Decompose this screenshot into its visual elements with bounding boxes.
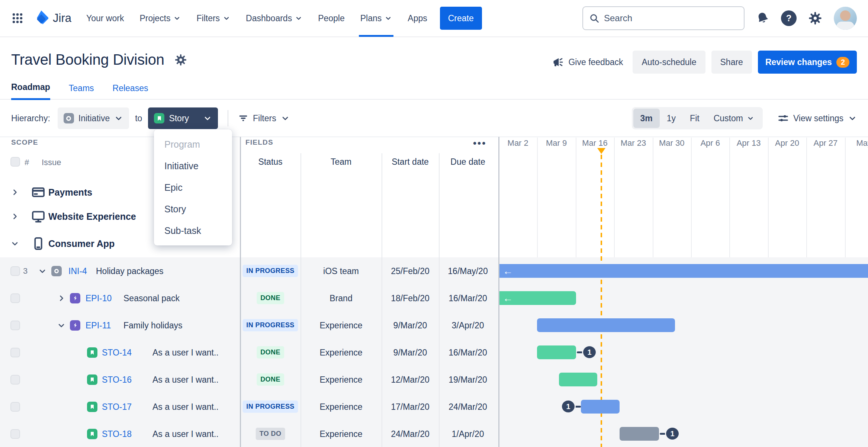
due-date-cell[interactable]: 3/Apr/20 [452, 321, 484, 331]
row-checkbox[interactable] [10, 429, 20, 439]
chevron-right-icon[interactable] [10, 188, 19, 197]
team-cell[interactable]: Experience [319, 348, 362, 358]
nav-item-apps[interactable]: Apps [408, 0, 427, 37]
fields-more-icon[interactable]: ••• [473, 138, 486, 149]
chevron-right-icon[interactable] [10, 212, 19, 221]
share-button[interactable]: Share [711, 51, 752, 74]
select-all-checkbox[interactable] [10, 157, 20, 167]
jira-logo[interactable]: Jira [33, 10, 71, 26]
zoom-option-custom[interactable]: Custom [707, 109, 761, 128]
due-date-cell[interactable]: 16/May/20 [448, 266, 488, 276]
due-date-cell[interactable]: 1/Apr/20 [452, 429, 484, 439]
row-checkbox[interactable] [10, 375, 20, 385]
gantt-bar-sto-16[interactable] [559, 373, 597, 386]
start-date-cell[interactable]: 18/Feb/20 [391, 293, 430, 303]
zoom-option-1y[interactable]: 1y [660, 109, 683, 128]
chevron-down-icon[interactable] [57, 321, 66, 330]
status-badge[interactable]: TO DO [256, 428, 285, 440]
dependency-count-badge[interactable]: 1 [561, 399, 576, 414]
view-settings-button[interactable]: View settings [778, 113, 857, 124]
story-icon [87, 429, 97, 439]
chevron-down-icon[interactable] [38, 267, 47, 276]
start-date-cell[interactable]: 24/Mar/20 [391, 429, 430, 439]
row-checkbox[interactable] [10, 293, 20, 303]
chevron-down-icon [223, 15, 230, 22]
nav-item-dashboards[interactable]: Dashboards [246, 0, 302, 37]
zoom-option-3m[interactable]: 3m [633, 109, 660, 128]
gantt-bar-epi-11[interactable] [537, 318, 675, 332]
due-date-cell[interactable]: 16/Mar/20 [449, 348, 487, 358]
team-cell[interactable]: Experience [319, 402, 362, 412]
team-cell[interactable]: Brand [329, 293, 352, 303]
settings-gear-icon[interactable] [808, 11, 823, 26]
hierarchy-from-dropdown[interactable]: Initiative [58, 107, 129, 129]
status-badge[interactable]: IN PROGRESS [242, 265, 298, 277]
nav-item-filters[interactable]: Filters [196, 0, 230, 37]
chevron-down-icon[interactable] [10, 239, 19, 248]
filters-button[interactable]: Filters [238, 113, 290, 123]
team-cell[interactable]: Experience [319, 375, 362, 385]
hierarchy-to-word: to [135, 113, 142, 123]
zoom-option-fit[interactable]: Fit [683, 109, 707, 128]
app-switcher-icon[interactable] [11, 12, 24, 25]
dropdown-item-sub-task[interactable]: Sub-task [154, 220, 232, 241]
status-badge[interactable]: DONE [257, 346, 284, 358]
nav-item-your-work[interactable]: Your work [86, 0, 124, 37]
gantt-bar-epi-10[interactable]: ← [499, 291, 576, 305]
team-cell[interactable]: Experience [319, 321, 362, 331]
start-date-cell[interactable]: 25/Feb/20 [391, 266, 430, 276]
due-date-cell[interactable]: 24/Mar/20 [449, 402, 487, 412]
due-date-cell[interactable]: 16/Mar/20 [449, 293, 487, 303]
chevron-right-icon[interactable] [57, 294, 66, 303]
dropdown-item-initiative[interactable]: Initiative [154, 155, 232, 177]
issue-key-link[interactable]: STO-16 [102, 375, 132, 385]
plan-settings-gear-icon[interactable] [174, 53, 187, 67]
issue-key-link[interactable]: EPI-10 [86, 293, 112, 303]
start-date-cell[interactable]: 9/Mar/20 [393, 348, 427, 358]
create-button[interactable]: Create [440, 7, 482, 30]
issue-key-link[interactable]: INI-4 [68, 266, 87, 276]
start-date-cell[interactable]: 9/Mar/20 [393, 321, 427, 331]
hierarchy-to-dropdown[interactable]: Story [148, 107, 218, 129]
row-checkbox[interactable] [10, 266, 20, 276]
user-avatar[interactable] [834, 7, 857, 30]
gantt-bar-sto-17[interactable] [581, 400, 620, 414]
due-date-cell[interactable]: 19/Mar/20 [449, 375, 487, 385]
dropdown-item-epic[interactable]: Epic [154, 177, 232, 198]
gantt-bar-sto-14[interactable] [537, 345, 576, 359]
search-input[interactable]: Search [582, 6, 745, 30]
nav-item-projects[interactable]: Projects [139, 0, 181, 37]
fields-timeline-divider[interactable] [498, 137, 499, 447]
gantt-bar-sto-18[interactable] [620, 427, 659, 441]
notifications-bell-icon[interactable] [754, 9, 772, 27]
tab-roadmap[interactable]: Roadmap [11, 82, 50, 100]
status-badge[interactable]: DONE [257, 292, 284, 304]
help-icon[interactable]: ? [781, 10, 797, 26]
dependency-count-badge[interactable]: 1 [665, 427, 680, 441]
issue-key-link[interactable]: STO-18 [102, 429, 132, 439]
issue-key-link[interactable]: STO-14 [102, 348, 132, 358]
start-date-cell[interactable]: 17/Mar/20 [391, 402, 430, 412]
nav-item-plans[interactable]: Plans [360, 0, 392, 37]
gantt-bar-ini-4[interactable]: ← [499, 264, 868, 278]
team-cell[interactable]: Experience [319, 429, 362, 439]
row-checkbox[interactable] [10, 402, 20, 412]
status-badge[interactable]: IN PROGRESS [242, 401, 298, 413]
issue-key-link[interactable]: STO-17 [102, 402, 132, 412]
dependency-count-badge[interactable]: 1 [582, 345, 597, 359]
row-checkbox[interactable] [10, 321, 20, 330]
tab-releases[interactable]: Releases [113, 83, 148, 99]
tab-teams[interactable]: Teams [69, 83, 94, 99]
issue-key-link[interactable]: EPI-11 [86, 321, 111, 331]
scope-fields-divider[interactable] [240, 137, 241, 447]
row-checkbox[interactable] [10, 348, 20, 357]
status-badge[interactable]: DONE [257, 373, 284, 386]
give-feedback-button[interactable]: Give feedback [553, 57, 623, 68]
dropdown-item-story[interactable]: Story [154, 198, 232, 220]
team-cell[interactable]: iOS team [323, 266, 359, 276]
nav-item-people[interactable]: People [318, 0, 345, 37]
start-date-cell[interactable]: 12/Mar/20 [391, 375, 430, 385]
review-changes-button[interactable]: Review changes 2 [758, 51, 857, 74]
status-badge[interactable]: IN PROGRESS [242, 319, 298, 331]
auto-schedule-button[interactable]: Auto-schedule [633, 51, 705, 74]
